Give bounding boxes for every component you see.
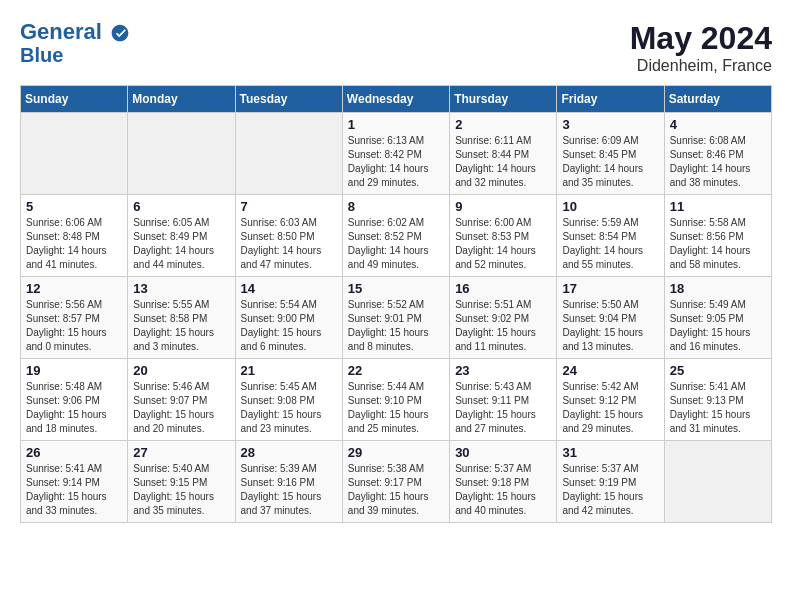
day-number: 31 xyxy=(562,445,658,460)
calendar-cell xyxy=(21,113,128,195)
day-number: 18 xyxy=(670,281,766,296)
calendar-cell: 18Sunrise: 5:49 AM Sunset: 9:05 PM Dayli… xyxy=(664,277,771,359)
calendar-cell: 4Sunrise: 6:08 AM Sunset: 8:46 PM Daylig… xyxy=(664,113,771,195)
day-number: 7 xyxy=(241,199,337,214)
calendar-cell: 12Sunrise: 5:56 AM Sunset: 8:57 PM Dayli… xyxy=(21,277,128,359)
day-info: Sunrise: 5:41 AM Sunset: 9:14 PM Dayligh… xyxy=(26,462,122,518)
calendar-cell: 10Sunrise: 5:59 AM Sunset: 8:54 PM Dayli… xyxy=(557,195,664,277)
week-row-2: 5Sunrise: 6:06 AM Sunset: 8:48 PM Daylig… xyxy=(21,195,772,277)
day-info: Sunrise: 6:06 AM Sunset: 8:48 PM Dayligh… xyxy=(26,216,122,272)
day-info: Sunrise: 5:44 AM Sunset: 9:10 PM Dayligh… xyxy=(348,380,444,436)
day-number: 22 xyxy=(348,363,444,378)
week-row-3: 12Sunrise: 5:56 AM Sunset: 8:57 PM Dayli… xyxy=(21,277,772,359)
day-number: 10 xyxy=(562,199,658,214)
weekday-header-sunday: Sunday xyxy=(21,86,128,113)
day-number: 20 xyxy=(133,363,229,378)
day-number: 24 xyxy=(562,363,658,378)
logo-blue: Blue xyxy=(20,44,130,66)
calendar-cell: 27Sunrise: 5:40 AM Sunset: 9:15 PM Dayli… xyxy=(128,441,235,523)
calendar-cell: 17Sunrise: 5:50 AM Sunset: 9:04 PM Dayli… xyxy=(557,277,664,359)
day-number: 8 xyxy=(348,199,444,214)
week-row-4: 19Sunrise: 5:48 AM Sunset: 9:06 PM Dayli… xyxy=(21,359,772,441)
month-title: May 2024 xyxy=(630,20,772,57)
calendar-cell: 8Sunrise: 6:02 AM Sunset: 8:52 PM Daylig… xyxy=(342,195,449,277)
calendar-cell: 25Sunrise: 5:41 AM Sunset: 9:13 PM Dayli… xyxy=(664,359,771,441)
day-number: 23 xyxy=(455,363,551,378)
day-number: 30 xyxy=(455,445,551,460)
weekday-header-friday: Friday xyxy=(557,86,664,113)
day-number: 21 xyxy=(241,363,337,378)
day-number: 26 xyxy=(26,445,122,460)
week-row-5: 26Sunrise: 5:41 AM Sunset: 9:14 PM Dayli… xyxy=(21,441,772,523)
weekday-header-wednesday: Wednesday xyxy=(342,86,449,113)
calendar-cell: 21Sunrise: 5:45 AM Sunset: 9:08 PM Dayli… xyxy=(235,359,342,441)
day-info: Sunrise: 5:42 AM Sunset: 9:12 PM Dayligh… xyxy=(562,380,658,436)
day-info: Sunrise: 5:55 AM Sunset: 8:58 PM Dayligh… xyxy=(133,298,229,354)
calendar-cell: 15Sunrise: 5:52 AM Sunset: 9:01 PM Dayli… xyxy=(342,277,449,359)
day-info: Sunrise: 6:03 AM Sunset: 8:50 PM Dayligh… xyxy=(241,216,337,272)
calendar-cell: 3Sunrise: 6:09 AM Sunset: 8:45 PM Daylig… xyxy=(557,113,664,195)
day-info: Sunrise: 5:58 AM Sunset: 8:56 PM Dayligh… xyxy=(670,216,766,272)
logo: General Blue xyxy=(20,20,130,66)
weekday-header-saturday: Saturday xyxy=(664,86,771,113)
day-info: Sunrise: 5:49 AM Sunset: 9:05 PM Dayligh… xyxy=(670,298,766,354)
calendar-cell: 28Sunrise: 5:39 AM Sunset: 9:16 PM Dayli… xyxy=(235,441,342,523)
day-number: 17 xyxy=(562,281,658,296)
day-number: 27 xyxy=(133,445,229,460)
weekday-header-tuesday: Tuesday xyxy=(235,86,342,113)
day-number: 16 xyxy=(455,281,551,296)
calendar-cell: 14Sunrise: 5:54 AM Sunset: 9:00 PM Dayli… xyxy=(235,277,342,359)
day-info: Sunrise: 5:50 AM Sunset: 9:04 PM Dayligh… xyxy=(562,298,658,354)
calendar-cell: 19Sunrise: 5:48 AM Sunset: 9:06 PM Dayli… xyxy=(21,359,128,441)
day-info: Sunrise: 5:59 AM Sunset: 8:54 PM Dayligh… xyxy=(562,216,658,272)
calendar-cell: 20Sunrise: 5:46 AM Sunset: 9:07 PM Dayli… xyxy=(128,359,235,441)
day-info: Sunrise: 6:13 AM Sunset: 8:42 PM Dayligh… xyxy=(348,134,444,190)
day-info: Sunrise: 5:37 AM Sunset: 9:19 PM Dayligh… xyxy=(562,462,658,518)
calendar-cell: 30Sunrise: 5:37 AM Sunset: 9:18 PM Dayli… xyxy=(450,441,557,523)
day-info: Sunrise: 6:05 AM Sunset: 8:49 PM Dayligh… xyxy=(133,216,229,272)
day-info: Sunrise: 6:08 AM Sunset: 8:46 PM Dayligh… xyxy=(670,134,766,190)
day-number: 19 xyxy=(26,363,122,378)
day-info: Sunrise: 5:52 AM Sunset: 9:01 PM Dayligh… xyxy=(348,298,444,354)
day-number: 9 xyxy=(455,199,551,214)
day-info: Sunrise: 5:56 AM Sunset: 8:57 PM Dayligh… xyxy=(26,298,122,354)
calendar-cell xyxy=(128,113,235,195)
day-info: Sunrise: 6:09 AM Sunset: 8:45 PM Dayligh… xyxy=(562,134,658,190)
day-info: Sunrise: 5:38 AM Sunset: 9:17 PM Dayligh… xyxy=(348,462,444,518)
day-number: 11 xyxy=(670,199,766,214)
day-info: Sunrise: 5:41 AM Sunset: 9:13 PM Dayligh… xyxy=(670,380,766,436)
location-title: Didenheim, France xyxy=(630,57,772,75)
page-header: General Blue May 2024 Didenheim, France xyxy=(20,20,772,75)
day-number: 3 xyxy=(562,117,658,132)
day-info: Sunrise: 6:11 AM Sunset: 8:44 PM Dayligh… xyxy=(455,134,551,190)
weekday-header-row: SundayMondayTuesdayWednesdayThursdayFrid… xyxy=(21,86,772,113)
day-number: 25 xyxy=(670,363,766,378)
weekday-header-monday: Monday xyxy=(128,86,235,113)
calendar-cell: 23Sunrise: 5:43 AM Sunset: 9:11 PM Dayli… xyxy=(450,359,557,441)
day-number: 1 xyxy=(348,117,444,132)
day-info: Sunrise: 5:48 AM Sunset: 9:06 PM Dayligh… xyxy=(26,380,122,436)
calendar-cell: 7Sunrise: 6:03 AM Sunset: 8:50 PM Daylig… xyxy=(235,195,342,277)
week-row-1: 1Sunrise: 6:13 AM Sunset: 8:42 PM Daylig… xyxy=(21,113,772,195)
calendar-cell xyxy=(235,113,342,195)
calendar-cell: 5Sunrise: 6:06 AM Sunset: 8:48 PM Daylig… xyxy=(21,195,128,277)
calendar-cell: 31Sunrise: 5:37 AM Sunset: 9:19 PM Dayli… xyxy=(557,441,664,523)
calendar-cell: 24Sunrise: 5:42 AM Sunset: 9:12 PM Dayli… xyxy=(557,359,664,441)
calendar-cell: 1Sunrise: 6:13 AM Sunset: 8:42 PM Daylig… xyxy=(342,113,449,195)
calendar-table: SundayMondayTuesdayWednesdayThursdayFrid… xyxy=(20,85,772,523)
day-info: Sunrise: 5:37 AM Sunset: 9:18 PM Dayligh… xyxy=(455,462,551,518)
day-info: Sunrise: 6:00 AM Sunset: 8:53 PM Dayligh… xyxy=(455,216,551,272)
calendar-cell: 6Sunrise: 6:05 AM Sunset: 8:49 PM Daylig… xyxy=(128,195,235,277)
day-number: 14 xyxy=(241,281,337,296)
weekday-header-thursday: Thursday xyxy=(450,86,557,113)
calendar-cell: 16Sunrise: 5:51 AM Sunset: 9:02 PM Dayli… xyxy=(450,277,557,359)
day-number: 5 xyxy=(26,199,122,214)
logo-text: General xyxy=(20,20,130,44)
day-info: Sunrise: 5:43 AM Sunset: 9:11 PM Dayligh… xyxy=(455,380,551,436)
day-number: 2 xyxy=(455,117,551,132)
calendar-cell: 22Sunrise: 5:44 AM Sunset: 9:10 PM Dayli… xyxy=(342,359,449,441)
day-number: 29 xyxy=(348,445,444,460)
day-info: Sunrise: 5:39 AM Sunset: 9:16 PM Dayligh… xyxy=(241,462,337,518)
day-info: Sunrise: 5:45 AM Sunset: 9:08 PM Dayligh… xyxy=(241,380,337,436)
day-info: Sunrise: 5:51 AM Sunset: 9:02 PM Dayligh… xyxy=(455,298,551,354)
